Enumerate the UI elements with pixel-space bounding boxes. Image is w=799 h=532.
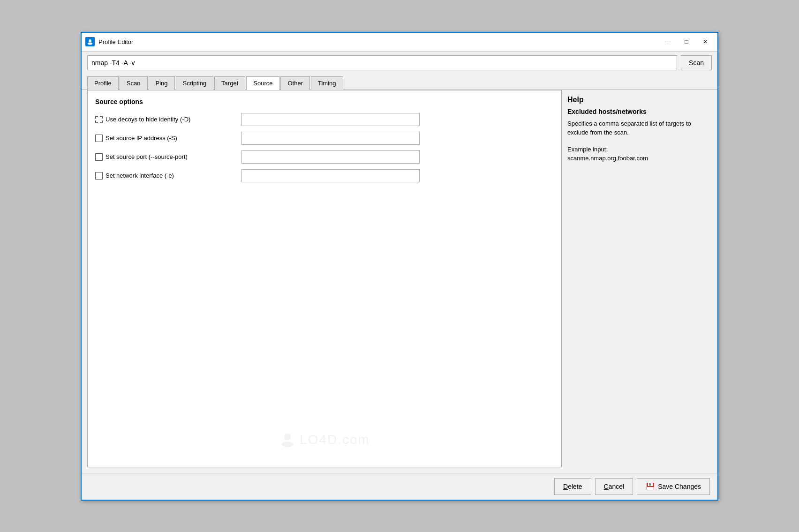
help-subtitle: Excluded hosts/networks xyxy=(567,108,710,115)
help-body: Specifies a comma-separated list of targ… xyxy=(567,119,710,137)
scan-button[interactable]: Scan xyxy=(681,55,712,70)
option-row-source-port: Set source port (--source-port) xyxy=(95,150,554,164)
main-content: Source options Use decoys to hide identi… xyxy=(82,90,717,473)
svg-point-3 xyxy=(282,442,293,447)
tab-source[interactable]: Source xyxy=(246,76,279,90)
option-row-source-ip: Set source IP address (-S) xyxy=(95,132,554,145)
svg-point-1 xyxy=(88,43,92,45)
tabs-row: Profile Scan Ping Scripting Target Sourc… xyxy=(82,74,717,90)
checkbox-network-interface: Set network interface (-e) xyxy=(95,172,236,180)
input-source-ip[interactable] xyxy=(241,132,420,145)
close-button[interactable]: ✕ xyxy=(697,35,714,49)
tab-profile[interactable]: Profile xyxy=(87,76,119,90)
help-example-value: scanme.nmap.org,foobar.com xyxy=(567,154,710,163)
option-row-network-interface: Set network interface (-e) xyxy=(95,169,554,182)
toolbar: Scan xyxy=(82,52,717,74)
tab-scripting[interactable]: Scripting xyxy=(176,76,214,90)
input-network-interface[interactable] xyxy=(241,169,420,182)
window-title: Profile Editor xyxy=(98,38,659,45)
label-source-ip: Set source IP address (-S) xyxy=(106,135,177,142)
option-row-decoys: Use decoys to hide identity (-D) xyxy=(95,113,554,126)
svg-point-0 xyxy=(89,39,91,42)
checkbox-decoys-input[interactable] xyxy=(95,116,103,123)
checkbox-source-port: Set source port (--source-port) xyxy=(95,153,236,161)
profile-editor-window: Profile Editor — □ ✕ Scan Profile Scan P… xyxy=(81,32,718,501)
cancel-button[interactable]: Cancel xyxy=(595,478,633,495)
svg-rect-6 xyxy=(649,483,651,486)
checkbox-decoys: Use decoys to hide identity (-D) xyxy=(95,116,236,123)
checkbox-source-ip-input[interactable] xyxy=(95,135,103,142)
svg-rect-7 xyxy=(647,487,654,490)
window-controls: — □ ✕ xyxy=(659,35,714,49)
help-example-label: Example input: xyxy=(567,145,710,154)
save-changes-button[interactable]: Save Changes xyxy=(637,478,710,495)
options-list: Use decoys to hide identity (-D) Set sou… xyxy=(95,113,554,182)
label-decoys: Use decoys to hide identity (-D) xyxy=(106,116,190,123)
title-bar: Profile Editor — □ ✕ xyxy=(82,33,717,52)
input-source-port[interactable] xyxy=(241,150,420,164)
app-icon xyxy=(85,37,95,46)
command-input[interactable] xyxy=(87,55,677,70)
cancel-label: Cancel xyxy=(604,483,625,490)
tab-target[interactable]: Target xyxy=(214,76,245,90)
checkbox-source-port-input[interactable] xyxy=(95,153,103,161)
watermark: LO4D.com xyxy=(279,431,370,448)
delete-button[interactable]: Delete xyxy=(554,478,591,495)
save-label: Save Changes xyxy=(658,483,701,490)
minimize-button[interactable]: — xyxy=(659,35,676,49)
footer: Delete Cancel Save Changes xyxy=(82,473,717,500)
help-title: Help xyxy=(567,96,710,104)
source-panel: Source options Use decoys to hide identi… xyxy=(87,90,562,467)
tab-other[interactable]: Other xyxy=(280,76,310,90)
tab-timing[interactable]: Timing xyxy=(311,76,343,90)
checkbox-source-ip: Set source IP address (-S) xyxy=(95,135,236,142)
label-source-port: Set source port (--source-port) xyxy=(106,153,188,160)
tab-scan[interactable]: Scan xyxy=(120,76,148,90)
svg-point-2 xyxy=(284,434,291,440)
tab-ping[interactable]: Ping xyxy=(149,76,175,90)
save-icon xyxy=(646,482,655,491)
input-decoys[interactable] xyxy=(241,113,420,126)
checkbox-network-interface-input[interactable] xyxy=(95,172,103,180)
delete-label: Delete xyxy=(563,483,582,490)
help-panel: Help Excluded hosts/networks Specifies a… xyxy=(567,90,717,473)
maximize-button[interactable]: □ xyxy=(678,35,695,49)
section-title: Source options xyxy=(95,98,554,105)
label-network-interface: Set network interface (-e) xyxy=(106,172,174,179)
